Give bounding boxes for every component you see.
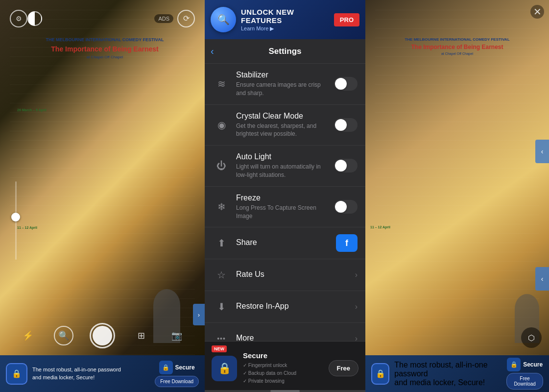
download-icon: ⬇: [217, 301, 226, 313]
settings-panel: 🔍 UNLOCK NEW FEATURES Learn More ▶ PRO ‹…: [205, 0, 365, 392]
rateus-title: Rate Us: [236, 270, 351, 279]
restore-content: Restore In-App: [236, 302, 351, 312]
freeze-icon: ❄: [217, 201, 226, 213]
more-icon-wrap: •••: [213, 330, 230, 341]
settings-item-crystal: ◉ Crystal Clear Mode Get the clearest, s…: [205, 105, 365, 146]
promo-title: UNLOCK NEW FEATURES: [241, 8, 329, 24]
settings-item-restore[interactable]: ⬇ Restore In-App ›: [205, 291, 365, 323]
autolight-desc: Light will turn on automatically in low-…: [236, 163, 330, 179]
stabilizer-desc: Ensure camera images are crisp and sharp…: [236, 81, 330, 98]
stabilizer-content: Stabilizer Ensure camera images are cris…: [236, 71, 330, 98]
settings-item-autolight: ⏻ Auto Light Light will turn on automati…: [205, 146, 365, 187]
pro-badge: PRO: [334, 13, 359, 26]
rateus-icon-wrap: ☆: [213, 266, 230, 284]
venue-text-left: at Chapel Off Chapel: [20, 55, 190, 59]
freeze-icon-wrap: ❄: [213, 198, 230, 216]
crystal-title: Crystal Clear Mode: [236, 112, 330, 121]
right-chevron-bot[interactable]: ‹: [535, 267, 549, 291]
festival-text-left: THE MELBOURNE INTERNATIONAL COMEDY FESTI…: [20, 37, 190, 43]
freeze-desc: Long Press To Capture Screen Image: [236, 204, 330, 220]
settings-item-rateus[interactable]: ☆ Rate Us ›: [205, 259, 365, 291]
ad-banner-right: 🔒 The most robust, all-in-one password a…: [365, 355, 549, 392]
free-button[interactable]: Free: [329, 360, 358, 376]
settings-ad-content: Secure ✓ Fingerprint unlock ✓ Backup dat…: [243, 351, 323, 385]
promo-subtitle: Learn More ▶: [241, 25, 329, 32]
scroll-dot: [270, 390, 300, 392]
swap-camera-icon[interactable]: ⟳: [177, 10, 195, 27]
settings-header: ‹ Settings: [205, 39, 365, 64]
restore-icon-wrap: ⬇: [213, 298, 230, 316]
right-camera-panel: THE MELBOURNE INTERNATIONAL COMEDY FESTI…: [365, 0, 549, 392]
settings-icon-left[interactable]: ⚙: [10, 10, 27, 27]
settings-item-freeze: ❄ Freeze Long Press To Capture Screen Im…: [205, 187, 365, 228]
autolight-toggle-wrap: [334, 159, 358, 172]
stabilizer-title: Stabilizer: [236, 71, 330, 79]
settings-ad-checks: ✓ Fingerprint unlock ✓ Backup data on Cl…: [243, 362, 323, 385]
rateus-chevron: ›: [355, 270, 358, 279]
save-button-right[interactable]: ⬡: [521, 327, 542, 348]
secure-brand-right: Secure: [523, 361, 543, 368]
settings-item-more[interactable]: ••• More ›: [205, 323, 365, 341]
autolight-icon-wrap: ⏻: [213, 157, 230, 174]
ad-banner-left: 🔒 The most robust, all-in-one password a…: [0, 355, 205, 392]
more-chevron: ›: [355, 334, 358, 341]
share-content: Share: [236, 238, 332, 248]
promo-text-block: UNLOCK NEW FEATURES Learn More ▶: [241, 8, 329, 32]
left-camera-panel: THE MELBOURNE INTERNATIONAL COMEDY FESTI…: [0, 0, 205, 392]
zoom-slider[interactable]: [11, 98, 21, 343]
close-button-right[interactable]: ✕: [530, 5, 544, 19]
rateus-content: Rate Us: [236, 270, 351, 280]
right-chevron-top[interactable]: ‹: [535, 140, 549, 163]
freeze-title: Freeze: [236, 194, 330, 202]
bottom-toolbar-left: ⚡ 🔍 ⊞ 📷: [0, 318, 205, 353]
autolight-icon: ⏻: [216, 160, 226, 172]
secure-ad-icon-right: 🔒: [371, 363, 389, 385]
crystal-toggle[interactable]: [334, 118, 358, 132]
stabilizer-toggle[interactable]: [334, 77, 358, 91]
more-content: More: [236, 334, 351, 341]
photo-icon[interactable]: 📷: [167, 326, 187, 345]
settings-ad-icon: 🔒: [212, 356, 237, 381]
crystal-icon: ◉: [217, 119, 226, 131]
rateus-right: ›: [355, 270, 358, 279]
settings-list: ≋ Stabilizer Ensure camera images are cr…: [205, 64, 365, 341]
dates-right2: 11 – 12 April: [370, 225, 390, 229]
restore-title: Restore In-App: [236, 302, 351, 311]
poster-title-left: The Importance of Being Earnest: [20, 45, 190, 53]
more-icon: •••: [217, 335, 226, 341]
contrast-icon[interactable]: [27, 11, 42, 26]
share-right: f: [336, 234, 358, 252]
crystal-content: Crystal Clear Mode Get the clearest, sha…: [236, 112, 330, 139]
facebook-button[interactable]: f: [336, 234, 358, 252]
share-title: Share: [236, 238, 332, 247]
free-download-btn-left[interactable]: Free Download: [155, 376, 199, 387]
freeze-toggle[interactable]: [334, 200, 358, 214]
secure-logo-right: 🔒: [507, 358, 521, 371]
promo-icon: 🔍: [211, 7, 236, 32]
new-badge: NEW: [212, 345, 227, 352]
settings-bottom-ad: NEW 🔒 Secure ✓ Fingerprint unlock ✓ Back…: [205, 341, 365, 390]
secure-brand-left: Secure: [175, 364, 195, 371]
freeze-toggle-wrap: [334, 200, 358, 214]
ad-text-left: The most robust, all-in-one password and…: [32, 366, 150, 381]
secure-logo-left: 🔒: [159, 361, 173, 374]
crystal-desc: Get the clearest, sharpest, and brightes…: [236, 122, 330, 139]
secure-ad-icon-left: 🔒: [6, 363, 27, 385]
shutter-button[interactable]: [90, 323, 115, 348]
dates-left: 26 March – 6 April: [17, 108, 47, 113]
back-button[interactable]: ‹: [211, 46, 214, 57]
search-icon[interactable]: 🔍: [54, 326, 73, 345]
star-icon: ☆: [217, 269, 226, 281]
settings-item-share[interactable]: ⬆ Share f: [205, 227, 365, 259]
grid-icon[interactable]: ⊞: [131, 326, 151, 345]
settings-title: Settings: [268, 47, 301, 56]
autolight-toggle[interactable]: [334, 159, 358, 172]
flash-icon[interactable]: ⚡: [18, 326, 38, 345]
left-panel-chevron[interactable]: ›: [193, 304, 205, 325]
autolight-content: Auto Light Light will turn on automatica…: [236, 152, 330, 179]
stabilizer-toggle-wrap: [334, 77, 358, 91]
promo-banner[interactable]: 🔍 UNLOCK NEW FEATURES Learn More ▶ PRO: [205, 0, 365, 39]
stabilizer-icon-wrap: ≋: [213, 75, 230, 93]
ads-badge: ADS: [154, 14, 173, 23]
free-download-btn-right[interactable]: Free Download: [506, 373, 543, 390]
